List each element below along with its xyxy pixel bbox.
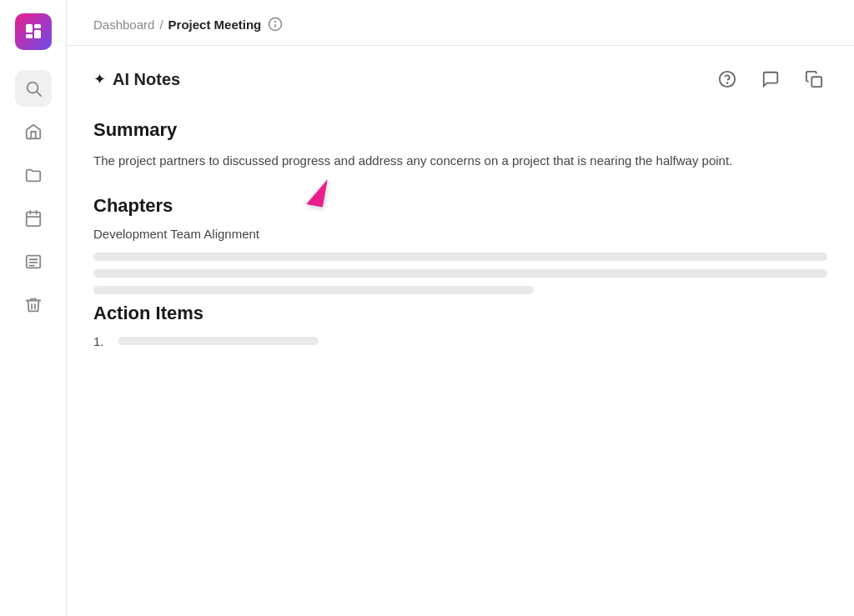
chapters-heading: Chapters [93, 195, 827, 217]
search-icon [24, 79, 43, 98]
ai-notes-header: ✦ AI Notes [93, 66, 827, 93]
sidebar-home-button[interactable] [15, 113, 52, 150]
trash-icon [24, 296, 43, 314]
sidebar-search-button[interactable] [15, 70, 52, 107]
sparkle-icon: ✦ [93, 70, 106, 88]
skeleton-line-2 [93, 269, 827, 278]
action-items-section: Action Items 1. [93, 303, 827, 348]
ai-notes-title-group: ✦ AI Notes [93, 70, 180, 89]
breadcrumb-separator: / [159, 18, 163, 32]
sidebar-folder-button[interactable] [15, 157, 52, 193]
skeleton-line-1 [93, 253, 827, 261]
logo-icon [23, 22, 43, 42]
breadcrumb: Dashboard / Project Meeting [93, 18, 261, 32]
action-item-number: 1. [93, 334, 110, 348]
svg-rect-1 [34, 24, 41, 28]
summary-heading: Summary [93, 119, 827, 141]
help-circle-icon [718, 70, 736, 88]
svg-rect-2 [34, 30, 41, 38]
help-button[interactable] [714, 66, 741, 93]
calendar-icon [24, 209, 43, 228]
svg-rect-0 [26, 24, 33, 33]
action-items-heading: Action Items [93, 303, 827, 324]
info-button[interactable] [268, 17, 283, 32]
breadcrumb-parent: Dashboard [93, 18, 154, 32]
copy-button[interactable] [801, 66, 827, 93]
content-area: ✦ AI Notes [67, 46, 854, 616]
chat-button[interactable] [757, 66, 784, 93]
list-icon [24, 253, 43, 271]
svg-rect-19 [811, 77, 821, 87]
copy-icon [805, 70, 823, 88]
home-icon [24, 123, 43, 141]
skeleton-line-3 [93, 286, 534, 294]
svg-rect-3 [26, 34, 33, 38]
svg-rect-6 [26, 213, 40, 226]
folder-icon [24, 166, 43, 184]
chat-icon [761, 70, 780, 88]
breadcrumb-current: Project Meeting [168, 18, 262, 32]
sidebar-list-button[interactable] [15, 243, 52, 280]
ai-notes-actions [714, 66, 827, 93]
main-content: Dashboard / Project Meeting ✦ AI Notes [67, 0, 854, 616]
sidebar-trash-button[interactable] [15, 287, 52, 323]
svg-line-5 [37, 92, 41, 96]
topbar: Dashboard / Project Meeting [67, 0, 854, 46]
ai-notes-title: AI Notes [113, 70, 180, 89]
svg-point-18 [727, 83, 728, 83]
chapter-title: Development Team Alignment [93, 227, 827, 241]
action-item-row: 1. [93, 334, 827, 348]
info-icon [268, 17, 283, 32]
sidebar-calendar-button[interactable] [15, 200, 52, 237]
action-item-skeleton [118, 337, 319, 345]
summary-text: The project partners to discussed progre… [93, 151, 827, 172]
sidebar [0, 0, 67, 616]
app-logo[interactable] [15, 13, 52, 50]
